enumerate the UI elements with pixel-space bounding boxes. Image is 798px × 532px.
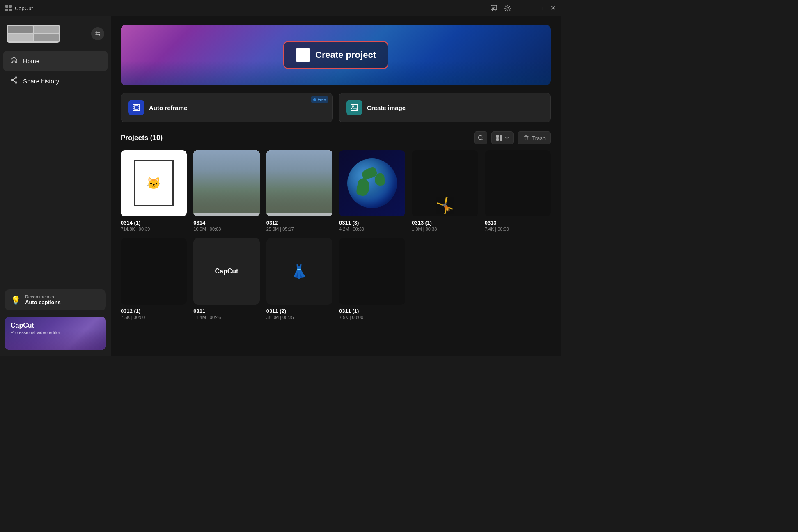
project-thumb-0314 bbox=[193, 150, 259, 216]
project-item-0311-1[interactable]: 0311 (1) 7.5K | 00:00 bbox=[339, 238, 405, 319]
project-thumb-0311-2: 👗 bbox=[266, 238, 332, 304]
project-thumb-0311: CapCut bbox=[193, 238, 259, 304]
recommendation-text: Recommended Auto captions bbox=[25, 294, 61, 305]
view-toggle-button[interactable] bbox=[491, 131, 514, 144]
sidebar-item-home[interactable]: Home bbox=[3, 51, 108, 71]
share-history-label: Share history bbox=[23, 78, 59, 85]
project-thumb-0314-1: 🐱 bbox=[121, 150, 187, 216]
sidebar-nav: Home Share history bbox=[0, 49, 111, 93]
promo-content: CapCut Professional video editor bbox=[5, 317, 106, 340]
avatar-block-4 bbox=[34, 34, 59, 41]
project-name: 0312 (1) bbox=[121, 308, 187, 314]
thumb-figure: 🤸 bbox=[412, 150, 478, 216]
project-meta: 1.0M | 00:38 bbox=[412, 227, 478, 232]
minimize-button[interactable]: — bbox=[525, 5, 531, 11]
project-meta: 38.0M | 00:35 bbox=[266, 315, 332, 320]
project-name: 0312 bbox=[266, 220, 332, 226]
promo-title: CapCut bbox=[11, 322, 100, 329]
projects-grid-row2: 0312 (1) 7.5K | 00:00 CapCut 0311 11.4M … bbox=[121, 238, 551, 319]
create-image-label: Create image bbox=[367, 104, 406, 111]
svg-rect-13 bbox=[351, 104, 358, 111]
titlebar: CapCut — □ ✕ bbox=[0, 0, 561, 16]
project-meta: 10.9M | 00:08 bbox=[193, 227, 259, 232]
titlebar-controls: — □ ✕ bbox=[490, 5, 556, 12]
recommendation-icon: 💡 bbox=[11, 295, 21, 305]
screenshot-overlay2 bbox=[266, 150, 332, 216]
project-item-0312-1[interactable]: 0312 (1) 7.5K | 00:00 bbox=[121, 238, 187, 319]
screenshot-bottom2 bbox=[266, 213, 332, 216]
thumb-black-2 bbox=[121, 238, 187, 304]
thumb-black-3 bbox=[339, 238, 405, 304]
project-thumb-0311-1 bbox=[339, 238, 405, 304]
thumb-capcut: CapCut bbox=[193, 238, 259, 304]
feature-auto-reframe[interactable]: Auto reframe Free bbox=[121, 93, 333, 122]
svg-rect-6 bbox=[492, 8, 494, 9]
project-item-0313[interactable]: 0313 7.4K | 00:00 bbox=[485, 150, 551, 232]
project-meta: 7.4K | 00:00 bbox=[485, 227, 551, 232]
project-name: 0313 (1) bbox=[412, 220, 478, 226]
earth-circle bbox=[347, 158, 397, 208]
screenshot-overlay bbox=[193, 150, 259, 216]
sidebar: Home Share history 💡 Recommended bbox=[0, 16, 111, 356]
project-meta: 714.8K | 00:39 bbox=[121, 227, 187, 232]
create-project-button[interactable]: + Create project bbox=[283, 41, 388, 69]
svg-point-9 bbox=[15, 82, 17, 83]
promo-card[interactable]: CapCut Professional video editor bbox=[5, 317, 106, 350]
svg-point-7 bbox=[507, 7, 509, 9]
sidebar-spacer bbox=[0, 93, 111, 286]
restore-button[interactable]: □ bbox=[539, 5, 542, 11]
free-badge-text: Free bbox=[317, 97, 326, 102]
sidebar-profile bbox=[0, 21, 111, 49]
svg-rect-18 bbox=[496, 138, 499, 141]
settings-icon[interactable] bbox=[504, 5, 511, 12]
recommendation-card[interactable]: 💡 Recommended Auto captions bbox=[5, 289, 106, 310]
switch-account-button[interactable] bbox=[91, 27, 104, 40]
thumb-screenshot2 bbox=[266, 150, 332, 216]
project-item-0314-1[interactable]: 🐱 0314 (1) 714.8K | 00:39 bbox=[121, 150, 187, 232]
project-item-0312[interactable]: 0312 25.0M | 05:17 bbox=[266, 150, 332, 232]
svg-rect-12 bbox=[135, 105, 138, 110]
project-item-0313-1[interactable]: 🤸 0313 (1) 1.0M | 00:38 bbox=[412, 150, 478, 232]
project-thumb-0313-1: 🤸 bbox=[412, 150, 478, 216]
project-meta: 4.2M | 00:30 bbox=[339, 227, 405, 232]
close-button[interactable]: ✕ bbox=[550, 5, 556, 11]
svg-rect-17 bbox=[500, 135, 502, 138]
feature-row: Auto reframe Free Create image bbox=[121, 93, 551, 122]
svg-rect-2 bbox=[5, 9, 8, 11]
avatar[interactable] bbox=[7, 25, 60, 43]
search-button[interactable] bbox=[474, 131, 487, 144]
sidebar-item-share-history[interactable]: Share history bbox=[3, 71, 108, 91]
project-item-0311[interactable]: CapCut 0311 11.4M | 00:46 bbox=[193, 238, 259, 319]
app-name: CapCut bbox=[15, 5, 33, 11]
app-body: Home Share history 💡 Recommended bbox=[0, 16, 561, 356]
project-meta: 7.5K | 00:00 bbox=[121, 315, 187, 320]
screenshot-bottom bbox=[193, 213, 259, 216]
project-thumb-0312-1 bbox=[121, 238, 187, 304]
chevron-down-icon bbox=[505, 136, 509, 140]
trash-button[interactable]: Trash bbox=[518, 131, 551, 144]
feedback-icon[interactable] bbox=[490, 5, 498, 12]
free-badge: Free bbox=[311, 96, 328, 103]
avatar-block-1 bbox=[8, 26, 33, 33]
trash-icon bbox=[523, 135, 530, 141]
hero-banner[interactable]: + Create project bbox=[121, 25, 551, 85]
project-item-0311-2[interactable]: 👗 0311 (2) 38.0M | 00:35 bbox=[266, 238, 332, 319]
project-meta: 25.0M | 05:17 bbox=[266, 227, 332, 232]
svg-point-8 bbox=[15, 77, 17, 78]
thumb-black-1 bbox=[485, 150, 551, 216]
promo-subtitle: Professional video editor bbox=[11, 330, 100, 335]
recommendation-title: Auto captions bbox=[25, 299, 61, 305]
thumb-earth bbox=[339, 150, 405, 216]
earth-land-2 bbox=[356, 177, 371, 197]
share-icon bbox=[10, 76, 18, 86]
cat-icon: 🐱 bbox=[147, 177, 161, 190]
create-project-label: Create project bbox=[315, 50, 376, 60]
feature-create-image[interactable]: Create image bbox=[339, 93, 551, 122]
projects-grid-row1: 🐱 0314 (1) 714.8K | 00:39 03 bbox=[121, 150, 551, 232]
cat-frame: 🐱 bbox=[134, 160, 174, 206]
project-thumb-0312 bbox=[266, 150, 332, 216]
project-item-0314[interactable]: 0314 10.9M | 00:08 bbox=[193, 150, 259, 232]
svg-rect-19 bbox=[500, 138, 502, 141]
svg-rect-3 bbox=[9, 9, 12, 11]
project-item-0311-3[interactable]: 0311 (3) 4.2M | 00:30 bbox=[339, 150, 405, 232]
